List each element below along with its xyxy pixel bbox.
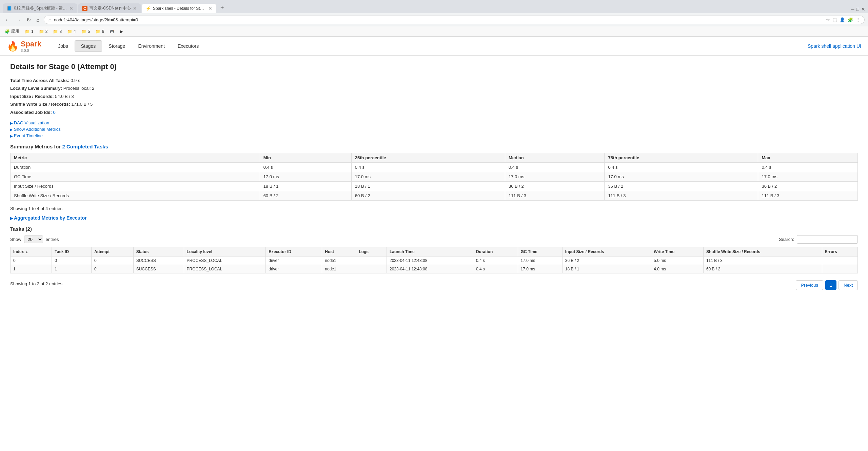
table-row: 0 0 0 SUCCESS PROCESS_LOCAL driver node1…: [11, 256, 858, 265]
bookmark-apps[interactable]: 🧩 应用: [3, 28, 21, 35]
minimize-icon[interactable]: ─: [851, 6, 854, 12]
task-gc-time: 17.0 ms: [518, 265, 562, 273]
tab-1[interactable]: 📘 012.尚硅谷_Spark框架 - 运行环境 ✕: [3, 3, 77, 13]
tasks-footer: Showing 1 to 2 of 2 entries Previous 1 N…: [10, 278, 858, 290]
tasks-col-write-time[interactable]: Write Time: [651, 247, 704, 256]
tasks-col-errors[interactable]: Errors: [822, 247, 857, 256]
dag-visualization-link[interactable]: DAG Visualization: [10, 120, 858, 125]
input-size-value: 54.0 B / 3: [55, 94, 74, 99]
min-cell: 0.4 s: [260, 162, 351, 172]
previous-page-button[interactable]: Previous: [796, 280, 823, 290]
task-launch-time: 2023-04-11 12:48:08: [387, 256, 473, 265]
tab-2[interactable]: C 写文章-CSDN创作中心 ✕: [78, 3, 141, 13]
metric-cell: Shuffle Write Size / Records: [11, 191, 260, 200]
median-cell: 0.4 s: [505, 162, 604, 172]
screen-cast-icon[interactable]: ⬚: [833, 17, 837, 22]
shuffle-write-value: 171.0 B / 5: [71, 102, 93, 107]
close-icon[interactable]: ✕: [861, 6, 865, 12]
refresh-button[interactable]: ↻: [25, 15, 32, 24]
next-page-button[interactable]: Next: [839, 280, 858, 290]
tasks-col-launch-time[interactable]: Launch Time: [387, 247, 473, 256]
bookmark-2[interactable]: 📁 2: [38, 28, 49, 35]
tasks-title: Tasks (2): [10, 226, 858, 232]
max-cell: 111 B / 3: [758, 191, 858, 200]
tasks-col-locality[interactable]: Locality level: [184, 247, 266, 256]
p25-cell: 60 B / 2: [351, 191, 505, 200]
summary-showing-entries: Showing 1 to 4 of 4 entries: [10, 206, 858, 211]
bookmark-3[interactable]: 📁 3: [52, 28, 63, 35]
nav-tab-jobs[interactable]: Jobs: [52, 40, 75, 52]
tab-1-close[interactable]: ✕: [69, 6, 73, 11]
tasks-col-status[interactable]: Status: [133, 247, 184, 256]
tasks-col-logs[interactable]: Logs: [356, 247, 387, 256]
profile-icon[interactable]: 👤: [840, 17, 845, 22]
bookmark-star-icon[interactable]: ☆: [826, 17, 830, 22]
tasks-col-index[interactable]: Index ▲: [11, 247, 52, 256]
url-text: node1:4040/stages/stage/?id=0&attempt=0: [54, 17, 138, 22]
tasks-col-input-size[interactable]: Input Size / Records: [562, 247, 651, 256]
tab-2-close[interactable]: ✕: [133, 6, 137, 11]
bookmark-4[interactable]: 📁 4: [66, 28, 77, 35]
task-gc-time: 17.0 ms: [518, 256, 562, 265]
maximize-icon[interactable]: □: [856, 6, 859, 12]
task-input-size: 18 B / 1: [562, 265, 651, 273]
table-row: 1 1 0 SUCCESS PROCESS_LOCAL driver node1…: [11, 265, 858, 273]
tasks-col-taskid[interactable]: Task ID: [52, 247, 92, 256]
tasks-col-host[interactable]: Host: [322, 247, 356, 256]
bookmark-youtube[interactable]: ▶: [119, 28, 124, 35]
bookmark-steam[interactable]: 🎮: [108, 28, 116, 35]
bookmark-6-label: 6: [102, 29, 104, 34]
col-median: Median: [505, 153, 604, 162]
more-icon[interactable]: ⋮: [856, 17, 860, 22]
task-input-size: 36 B / 2: [562, 256, 651, 265]
show-entries-select[interactable]: 20 50 100: [24, 235, 43, 243]
tab-3-close[interactable]: ✕: [208, 6, 212, 11]
tasks-col-gc-time[interactable]: GC Time: [518, 247, 562, 256]
p25-cell: 18 B / 1: [351, 181, 505, 191]
extension-icon[interactable]: 🧩: [848, 17, 853, 22]
locality-row: Locality Level Summary: Process local: 2: [10, 84, 858, 92]
nav-tab-environment[interactable]: Environment: [132, 40, 171, 52]
task-id: 0: [52, 256, 92, 265]
bookmark-5[interactable]: 📁 5: [80, 28, 92, 35]
forward-button[interactable]: →: [14, 16, 22, 24]
p75-cell: 111 B / 3: [605, 191, 758, 200]
spark-flame-icon: 🔥: [7, 41, 19, 52]
completed-tasks-link[interactable]: 2 Completed Tasks: [62, 144, 108, 149]
locality-label: Locality Level Summary:: [10, 86, 62, 91]
address-bar[interactable]: ⚠ node1:4040/stages/stage/?id=0&attempt=…: [44, 16, 865, 24]
home-button[interactable]: ⌂: [35, 16, 41, 24]
bookmark-1-icon: 📁: [25, 29, 30, 34]
tab-2-label: 写文章-CSDN创作中心: [90, 5, 131, 11]
event-timeline-link[interactable]: Event Timeline: [10, 133, 858, 138]
tasks-col-shuffle-write[interactable]: Shuffle Write Size / Records: [703, 247, 822, 256]
bookmark-6[interactable]: 📁 6: [94, 28, 105, 35]
aggregated-metrics-link[interactable]: Aggregated Metrics by Executor: [10, 215, 87, 221]
current-page-number[interactable]: 1: [825, 280, 836, 290]
task-executor: driver: [266, 265, 322, 273]
bookmark-1[interactable]: 📁 1: [23, 28, 35, 35]
back-button[interactable]: ←: [3, 16, 12, 24]
search-input[interactable]: [797, 235, 858, 244]
page-title: Details for Stage 0 (Attempt 0): [10, 62, 858, 71]
address-bar-row: ← → ↻ ⌂ ⚠ node1:4040/stages/stage/?id=0&…: [0, 13, 868, 26]
nav-tab-executors[interactable]: Executors: [171, 40, 205, 52]
header-spark-text: Spark shell: [808, 43, 831, 49]
p25-cell: 0.4 s: [351, 162, 505, 172]
tab-3[interactable]: ⚡ Spark shell - Details for Stage ✕: [142, 4, 216, 13]
associated-jobs-link[interactable]: 0: [53, 110, 55, 115]
lock-icon: ⚠: [48, 18, 52, 22]
search-label: Search:: [779, 237, 794, 242]
tasks-col-attempt[interactable]: Attempt: [91, 247, 133, 256]
bookmark-4-label: 4: [74, 29, 76, 34]
input-size-label: Input Size / Records:: [10, 94, 54, 99]
bookmark-3-icon: 📁: [53, 29, 58, 34]
show-additional-metrics-link[interactable]: Show Additional Metrics: [10, 127, 858, 132]
nav-tab-stages[interactable]: Stages: [75, 40, 102, 52]
task-write-time: 4.0 ms: [651, 265, 704, 273]
pagination: Previous 1 Next: [796, 278, 858, 290]
tasks-col-duration[interactable]: Duration: [473, 247, 518, 256]
nav-tab-storage[interactable]: Storage: [102, 40, 132, 52]
tasks-col-executor[interactable]: Executor ID: [266, 247, 322, 256]
new-tab-button[interactable]: +: [217, 2, 228, 13]
